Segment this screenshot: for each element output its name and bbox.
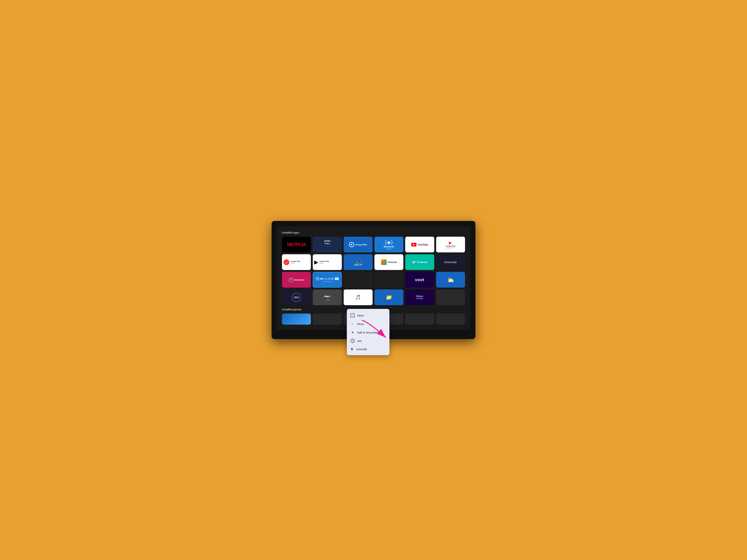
apps-row-3-container: 🎬 JioCinema MX PLAYER TV <box>282 272 465 288</box>
context-open-label: Open <box>357 314 364 317</box>
mx-player-logo: MX PLAYER TV <box>316 277 339 281</box>
prime-arrow: ⌒ <box>324 245 330 249</box>
context-move-label: Move <box>357 322 364 325</box>
gplay-movies-sublabel: Movies & TV <box>446 247 455 249</box>
files-icon: 📁 <box>386 294 392 300</box>
app-files[interactable]: 📁 <box>375 289 403 305</box>
apps-row-3: 🎬 JioCinema MX PLAYER TV <box>282 272 465 288</box>
app-hidden-1[interactable] <box>344 272 372 288</box>
livetv-label: Live TV <box>354 264 362 266</box>
context-info-label: Info <box>357 340 362 343</box>
youtube-play-btn <box>411 243 416 246</box>
app-disney-hotstar[interactable]: Disney+ hotstar <box>405 289 434 305</box>
app-mx-player-tv[interactable]: MX PLAYER TV MX Player TV <box>313 272 342 288</box>
pictorial-label: Pictorial <box>388 261 396 264</box>
game-tile-6 <box>436 314 465 325</box>
gplay-store-label: Google Play <box>319 260 329 262</box>
game-tile-2 <box>313 314 342 325</box>
uninstall-icon: 🗑 <box>351 347 354 351</box>
app-hidden-2[interactable] <box>375 272 403 288</box>
move-icon: ↔ <box>351 322 355 326</box>
mx-player-sublabel: MX Player TV <box>316 281 339 283</box>
context-info[interactable]: i Info <box>347 337 389 345</box>
app-bluetooth-stereo[interactable]: ⟨◈⟩ Bluetooth Stereo <box>375 237 403 252</box>
app-music2[interactable]: 🎵 <box>344 289 372 305</box>
apps-row-1: NETFLIX prime video ⌒ OxygenPlay <box>282 237 465 252</box>
app-jiocinema[interactable]: 🎬 JioCinema <box>282 272 311 288</box>
tv-frame: Installed apps NETFLIX prime video ⌒ <box>272 221 475 339</box>
jiocinema-icon: 🎬 <box>289 277 293 282</box>
app-pictorial[interactable]: Pictorial <box>375 254 403 270</box>
app-google-play-music[interactable]: ♪ Google Play Music <box>282 254 311 270</box>
game-tile-1[interactable] <box>282 314 311 325</box>
music2-icon: 🎵 <box>355 295 361 300</box>
livetv-icon: 📺 <box>354 258 362 264</box>
youtube-triangle-icon <box>413 244 415 245</box>
gplay-music-label: Google Play <box>290 260 300 262</box>
context-favourites-label: Add to favourites <box>357 331 378 334</box>
emanual-icon <box>412 261 416 263</box>
gplay-music-sublabel: Music <box>290 262 300 264</box>
open-icon: → <box>351 313 355 317</box>
erosnow-label: erosnow <box>444 261 457 264</box>
gplay-store-sublabel: Store <box>319 262 329 264</box>
zee5-logo: ZEE5 <box>292 293 301 302</box>
hotstar-label: hotstar <box>416 297 423 299</box>
tv-screen: Installed apps NETFLIX prime video ⌒ <box>277 226 470 330</box>
jiocinema-label: JioCinema <box>294 279 304 281</box>
app-prime-video[interactable]: prime video ⌒ <box>313 237 342 252</box>
app-live-tv[interactable]: 📺 Live TV <box>344 254 372 270</box>
app-google-play-store[interactable]: ▶ Google Play Store <box>313 254 342 270</box>
youtube-label: YouTube <box>418 243 428 246</box>
app-zee5[interactable]: ZEE5 <box>282 289 311 305</box>
favourites-icon: ♥ <box>351 330 355 335</box>
context-menu: → Open ↔ Move ♥ Add to favourites i Info <box>347 309 389 355</box>
app-oxygenplay[interactable]: OxygenPlay <box>344 237 372 252</box>
game-tile-5 <box>405 314 434 325</box>
context-move[interactable]: ↔ Move <box>347 320 389 328</box>
context-favourites[interactable]: ♥ Add to favourites <box>347 328 389 337</box>
netflix-logo-text: NETFLIX <box>287 242 306 247</box>
gplay-music-icon: ♪ <box>283 259 289 265</box>
disney-label: Disney+ <box>416 295 423 297</box>
oxygen-label: OxygenPlay <box>355 243 367 246</box>
info-icon: i <box>351 339 355 343</box>
app-erosnow[interactable]: erosnow <box>436 254 465 270</box>
app-netflix[interactable]: NETFLIX <box>282 237 311 252</box>
pictorial-icon <box>381 260 387 265</box>
context-open[interactable]: → Open <box>347 311 389 320</box>
gplay-movies-icon: ▶ <box>446 240 455 245</box>
app-voot[interactable]: voot <box>405 272 434 288</box>
apps-row-4: ZEE5 📷 🎵 📁 Disney+ hotstar <box>282 289 465 305</box>
context-uninstall-label: Uninstall <box>356 348 367 351</box>
app-emanual[interactable]: E-manual <box>405 254 434 270</box>
gplay-store-icon: ▶ <box>314 260 318 265</box>
prime-label: prime <box>324 240 330 242</box>
context-uninstall[interactable]: 🗑 Uninstall <box>347 345 389 353</box>
gplay-movies-label: Google Play <box>446 245 455 247</box>
bluetooth-icon: ⟨◈⟩ <box>384 239 394 245</box>
app-camera[interactable]: 📷 <box>313 289 342 305</box>
app-empty <box>436 289 465 305</box>
zee5-label: ZEE5 <box>294 296 299 298</box>
app-weather[interactable]: ⛅ <box>436 272 465 288</box>
app-youtube[interactable]: YouTube <box>405 237 434 252</box>
emanual-label: E-manual <box>417 261 427 264</box>
bluetooth-label: Bluetooth <box>384 245 394 248</box>
weather-icon: ⛅ <box>447 276 454 283</box>
voot-label: voot <box>415 277 424 282</box>
camera-icon: 📷 <box>324 294 331 300</box>
app-google-play-movies[interactable]: ▶ Google Play Movies & TV <box>436 237 465 252</box>
installed-apps-title: Installed apps <box>282 231 465 234</box>
bluetooth-sublabel: Stereo <box>384 248 394 250</box>
apps-row-2: ♪ Google Play Music ▶ Google Play Store <box>282 254 465 270</box>
